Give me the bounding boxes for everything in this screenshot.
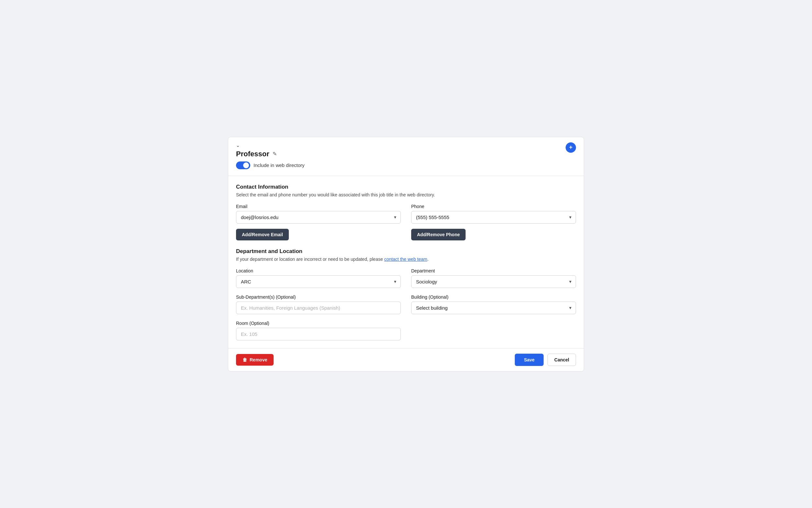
room-input[interactable] xyxy=(236,328,401,340)
location-dept-row: Location ARC Department Sociology xyxy=(236,268,576,288)
building-select-wrapper: Select building xyxy=(411,302,576,314)
sub-dept-building-row: Sub-Department(s) (Optional) Building (O… xyxy=(236,294,576,314)
sub-dept-input[interactable] xyxy=(236,302,401,314)
toggle-label: Include in web directory xyxy=(253,162,304,168)
contact-web-team-link[interactable]: contact the web team xyxy=(384,257,428,262)
phone-field-group: Phone (555) 555-5555 xyxy=(411,204,576,223)
building-select[interactable]: Select building xyxy=(411,302,576,314)
location-select[interactable]: ARC xyxy=(236,276,401,288)
department-field-group: Department Sociology xyxy=(411,268,576,288)
add-remove-email-button[interactable]: Add/Remove Email xyxy=(236,229,289,241)
trash-icon: 🗑 xyxy=(243,357,247,363)
body-section: Contact Information Select the email and… xyxy=(228,176,584,348)
add-remove-phone-button[interactable]: Add/Remove Phone xyxy=(411,229,465,241)
email-select-wrapper: doej@losrios.edu xyxy=(236,211,401,223)
contact-section-desc: Select the email and phone number you wo… xyxy=(236,192,576,197)
location-field-group: Location ARC xyxy=(236,268,401,288)
collapse-chevron[interactable]: ⌄ xyxy=(236,143,240,148)
page-title: Professor xyxy=(236,150,269,158)
plus-icon: + xyxy=(569,144,573,151)
department-select[interactable]: Sociology xyxy=(411,276,576,288)
department-select-wrapper: Sociology xyxy=(411,276,576,288)
building-label: Building (Optional) xyxy=(411,294,576,300)
email-phone-row: Email doej@losrios.edu Phone (555) 555-5… xyxy=(236,204,576,223)
contact-section: Contact Information Select the email and… xyxy=(236,184,576,241)
web-directory-toggle[interactable] xyxy=(236,162,250,169)
dept-location-desc: If your department or location are incor… xyxy=(236,257,576,262)
dept-location-title: Department and Location xyxy=(236,248,576,255)
contact-section-title: Contact Information xyxy=(236,184,576,190)
remove-button[interactable]: 🗑 Remove xyxy=(236,354,274,366)
email-field-group: Email doej@losrios.edu xyxy=(236,204,401,223)
department-label: Department xyxy=(411,268,576,273)
save-button[interactable]: Save xyxy=(515,354,543,366)
footer-section: 🗑 Remove Save Cancel xyxy=(228,348,584,371)
main-card: ⌄ Professor ✎ + Include in web directory… xyxy=(228,137,584,372)
building-field-group: Building (Optional) Select building xyxy=(411,294,576,314)
cancel-button[interactable]: Cancel xyxy=(547,354,576,366)
add-phone-cell: Add/Remove Phone xyxy=(411,229,576,241)
email-label: Email xyxy=(236,204,401,209)
phone-select-wrapper: (555) 555-5555 xyxy=(411,211,576,223)
location-select-wrapper: ARC xyxy=(236,276,401,288)
remove-label: Remove xyxy=(250,357,267,363)
sub-dept-label: Sub-Department(s) (Optional) xyxy=(236,294,401,300)
location-label: Location xyxy=(236,268,401,273)
dept-location-desc-pre: If your department or location are incor… xyxy=(236,257,384,262)
add-button[interactable]: + xyxy=(566,142,576,153)
btn-row: Add/Remove Email Add/Remove Phone xyxy=(236,229,576,241)
room-label: Room (Optional) xyxy=(236,321,401,326)
phone-label: Phone xyxy=(411,204,576,209)
email-select[interactable]: doej@losrios.edu xyxy=(236,211,401,223)
header-section: ⌄ Professor ✎ + Include in web directory xyxy=(228,137,584,176)
add-email-cell: Add/Remove Email xyxy=(236,229,401,241)
dept-location-desc-post: . xyxy=(428,257,429,262)
sub-dept-field-group: Sub-Department(s) (Optional) xyxy=(236,294,401,314)
room-field-group: Room (Optional) xyxy=(236,321,401,340)
footer-right: Save Cancel xyxy=(515,354,576,366)
edit-icon[interactable]: ✎ xyxy=(273,151,277,157)
dept-location-section: Department and Location If your departme… xyxy=(236,248,576,340)
phone-select[interactable]: (555) 555-5555 xyxy=(411,211,576,223)
